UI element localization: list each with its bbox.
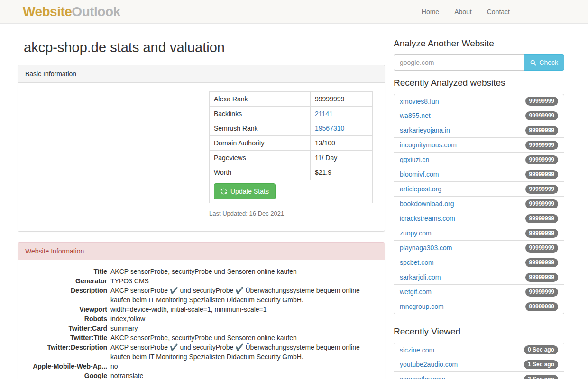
recently-analyzed-item: wa855.net 99999999: [394, 108, 564, 123]
meta-label: Twitter:Card: [25, 324, 107, 333]
site-link[interactable]: wa855.net: [400, 112, 431, 119]
stat-label: Backlinks: [210, 107, 311, 121]
site-link[interactable]: sarkarjoli.com: [400, 273, 441, 281]
meta-value: no: [110, 361, 377, 371]
refresh-icon: [220, 188, 227, 195]
meta-value: AKCP sensorProbe ✔️ und securityProbe ✔️…: [110, 286, 377, 305]
recently-viewed-heading: Recently Viewed: [394, 326, 564, 337]
site-link[interactable]: mncgroup.com: [400, 303, 444, 310]
stats-row: Pageviews 11/ Day: [210, 151, 373, 165]
rank-badge: 99999999: [525, 185, 558, 194]
recently-analyzed-item: mncgroup.com 99999999: [394, 299, 564, 314]
recently-viewed-list: siczine.com 0 Sec ago youtube2audio.com …: [394, 343, 564, 379]
stat-value-cell: 21141: [311, 107, 373, 121]
basic-information-panel: Basic Information Alexa Rank 99999999: [18, 65, 385, 232]
check-button[interactable]: Check: [524, 54, 564, 71]
stats-row: Alexa Rank 99999999: [210, 92, 373, 107]
meta-row: Apple-Mobile-Web-Ap... no: [25, 361, 377, 371]
site-link[interactable]: wetgif.com: [400, 288, 432, 296]
time-badge: 3 Sec ago: [524, 375, 558, 379]
meta-value: AKCP sensorProbe, securityProbe und Sens…: [110, 333, 377, 343]
main-column: akcp-shop.de stats and valuation Basic I…: [18, 38, 385, 379]
meta-label: Apple-Mobile-Web-Ap...: [25, 361, 107, 371]
recently-analyzed-item: incognitymous.com 99999999: [394, 138, 564, 153]
analyze-input-group: Check: [394, 54, 564, 71]
recently-analyzed-item: sarkarieyojana.in 99999999: [394, 123, 564, 138]
meta-label: Twitter:Title: [25, 333, 107, 343]
stat-value[interactable]: 19567310: [315, 125, 344, 132]
website-information-heading: Website Information: [18, 243, 385, 260]
update-stats-button[interactable]: Update Stats: [214, 183, 276, 199]
stat-value-prefix: $: [315, 169, 319, 176]
site-link[interactable]: zuopy.com: [400, 229, 432, 237]
nav-link[interactable]: Home: [422, 8, 439, 16]
meta-label: Robots: [25, 314, 107, 324]
site-link[interactable]: incognitymous.com: [400, 141, 457, 149]
rank-badge: 99999999: [525, 155, 558, 164]
recently-analyzed-item: articlepost.org 99999999: [394, 182, 564, 197]
rank-badge: 99999999: [525, 97, 558, 106]
nav-link[interactable]: Contact: [487, 8, 510, 16]
meta-value: index,follow: [110, 314, 377, 324]
meta-value: AKCP sensorProbe ✔️ und securityProbe ✔️…: [110, 343, 377, 361]
update-stats-row: Update Stats: [210, 180, 373, 203]
recently-viewed-item: siczine.com 0 Sec ago: [394, 343, 564, 357]
stats-row: Semrush Rank 19567310: [210, 121, 373, 136]
stat-value-cell: 19567310: [311, 121, 373, 136]
brand-logo[interactable]: WebsiteOutlook: [23, 4, 120, 19]
meta-value: summary: [110, 324, 377, 333]
meta-row: Viewport width=device-width, initial-sca…: [25, 305, 377, 314]
recently-analyzed-item: playnaga303.com 99999999: [394, 241, 564, 255]
stats-row: Worth $21.9: [210, 165, 373, 180]
site-link[interactable]: sarkarieyojana.in: [400, 126, 450, 134]
meta-row: Description AKCP sensorProbe ✔️ und secu…: [25, 286, 377, 305]
sidebar: Analyze Another Website Check Recently A…: [394, 38, 564, 379]
time-badge: 0 Sec ago: [524, 345, 558, 354]
nav-link[interactable]: About: [454, 8, 472, 16]
website-information-body: Title AKCP sensorProbe, securityProbe un…: [18, 260, 385, 379]
basic-info-table: Alexa Rank 99999999 Backlinks 21141: [209, 91, 373, 203]
site-link[interactable]: youtube2audio.com: [400, 361, 458, 368]
update-stats-label: Update Stats: [230, 188, 269, 195]
rank-badge: 99999999: [525, 214, 558, 223]
rank-badge: 99999999: [525, 170, 558, 179]
navbar: WebsiteOutlook Home About Contact: [0, 0, 588, 24]
recently-analyzed-item: zuopy.com 99999999: [394, 226, 564, 241]
meta-row: Generator TYPO3 CMS: [25, 276, 377, 286]
stat-value-cell: 13/100: [311, 136, 373, 151]
stats-row: Backlinks 21141: [210, 107, 373, 121]
website-url-input[interactable]: [394, 54, 524, 71]
stat-value: 99999999: [315, 95, 344, 103]
stat-value[interactable]: 21141: [315, 110, 333, 117]
meta-row: Google notranslate: [25, 371, 377, 379]
site-link[interactable]: icrackstreams.com: [400, 215, 455, 222]
site-link[interactable]: spcbet.com: [400, 259, 434, 266]
rank-badge: 99999999: [525, 244, 558, 253]
site-link[interactable]: bookdownload.org: [400, 200, 454, 208]
meta-row: Title AKCP sensorProbe, securityProbe un…: [25, 267, 377, 276]
recently-analyzed-item: bloomivf.com 99999999: [394, 167, 564, 182]
site-link[interactable]: articlepost.org: [400, 185, 441, 193]
site-link[interactable]: connectley.com: [400, 375, 445, 379]
rank-badge: 99999999: [525, 258, 558, 267]
recently-analyzed-item: wetgif.com 99999999: [394, 285, 564, 299]
brand-secondary: Outlook: [72, 4, 120, 19]
meta-row: Twitter:Description AKCP sensorProbe ✔️ …: [25, 343, 377, 361]
time-badge: 1 Sec ago: [524, 360, 558, 369]
site-link[interactable]: bloomivf.com: [400, 171, 439, 178]
meta-value: notranslate: [110, 371, 377, 379]
stat-value-cell: $21.9: [311, 165, 373, 180]
stat-value: 13/100: [315, 139, 335, 147]
stat-value-cell: 99999999: [311, 92, 373, 107]
recently-viewed-item: connectley.com 3 Sec ago: [394, 372, 564, 379]
rank-badge: 99999999: [525, 229, 558, 238]
recently-analyzed-heading: Recently Analyzed websites: [394, 78, 564, 88]
site-link[interactable]: qqxiuzi.cn: [400, 156, 429, 163]
meta-label: Google: [25, 371, 107, 379]
site-link[interactable]: playnaga303.com: [400, 244, 452, 252]
brand-primary: Website: [23, 4, 72, 19]
site-link[interactable]: siczine.com: [400, 346, 434, 354]
stats-column: Alexa Rank 99999999 Backlinks 21141: [209, 91, 373, 217]
site-link[interactable]: xmovies8.fun: [400, 98, 439, 105]
stats-row: Domain Authority 13/100: [210, 136, 373, 151]
